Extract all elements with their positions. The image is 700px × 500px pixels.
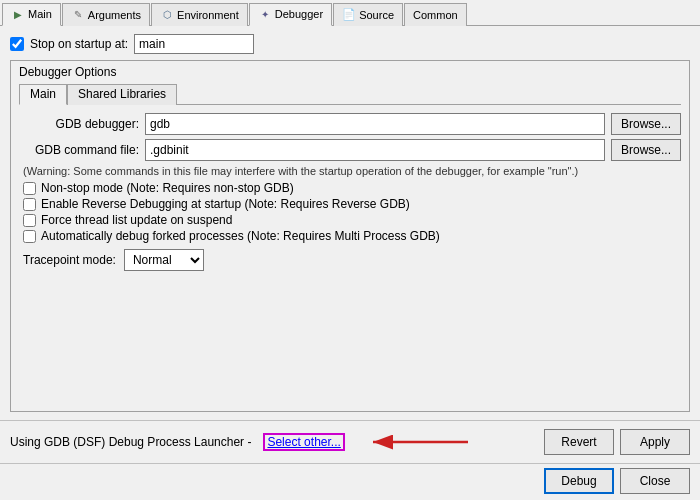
tab-debugger-label: Debugger (275, 8, 323, 20)
tracepoint-row: Tracepoint mode: Normal Fast Strict (19, 249, 681, 271)
launcher-row: Using GDB (DSF) Debug Process Launcher -… (10, 427, 473, 457)
tab-arguments-label: Arguments (88, 9, 141, 21)
tab-environment-label: Environment (177, 9, 239, 21)
auto-fork-row: Automatically debug forked processes (No… (19, 229, 681, 243)
revert-button[interactable]: Revert (544, 429, 614, 455)
stop-on-startup-label: Stop on startup at: (30, 37, 128, 51)
dialog: ▶ Main ✎ Arguments ⬡ Environment ✦ Debug… (0, 0, 700, 500)
main-content: Stop on startup at: Debugger Options Mai… (0, 26, 700, 420)
inner-tab-shared-libraries-label: Shared Libraries (78, 87, 166, 101)
select-other-link[interactable]: Select other... (263, 433, 344, 451)
gdb-debugger-label: GDB debugger: (19, 117, 139, 131)
non-stop-row: Non-stop mode (Note: Requires non-stop G… (19, 181, 681, 195)
gdb-debugger-input[interactable] (145, 113, 605, 135)
src-tab-icon: 📄 (342, 8, 356, 22)
debugger-options-label: Debugger Options (19, 65, 681, 79)
reverse-debug-label: Enable Reverse Debugging at startup (Not… (41, 197, 410, 211)
inner-tab-bar: Main Shared Libraries (19, 83, 681, 105)
force-thread-checkbox[interactable] (23, 214, 36, 227)
inner-tab-main[interactable]: Main (19, 84, 67, 105)
main-tab-icon: ▶ (11, 7, 25, 21)
gdb-command-file-input[interactable] (145, 139, 605, 161)
gdb-debugger-browse-button[interactable]: Browse... (611, 113, 681, 135)
non-stop-checkbox[interactable] (23, 182, 36, 195)
stop-on-startup-checkbox[interactable] (10, 37, 24, 51)
auto-fork-label: Automatically debug forked processes (No… (41, 229, 440, 243)
reverse-debug-row: Enable Reverse Debugging at startup (Not… (19, 197, 681, 211)
debugger-options-group: Debugger Options Main Shared Libraries G… (10, 60, 690, 412)
arrow-indicator (353, 427, 473, 457)
force-thread-row: Force thread list update on suspend (19, 213, 681, 227)
bottom-bar: Using GDB (DSF) Debug Process Launcher -… (0, 420, 700, 463)
warning-text: (Warning: Some commands in this file may… (19, 165, 681, 177)
env-tab-icon: ⬡ (160, 8, 174, 22)
debug-button[interactable]: Debug (544, 468, 614, 494)
tab-main[interactable]: ▶ Main (2, 3, 61, 26)
action-buttons: Revert Apply (544, 429, 690, 455)
dbg-tab-icon: ✦ (258, 7, 272, 21)
gdb-debugger-row: GDB debugger: Browse... (19, 113, 681, 135)
tab-environment[interactable]: ⬡ Environment (151, 3, 248, 26)
apply-button[interactable]: Apply (620, 429, 690, 455)
gdb-command-file-label: GDB command file: (19, 143, 139, 157)
args-tab-icon: ✎ (71, 8, 85, 22)
tracepoint-select[interactable]: Normal Fast Strict (124, 249, 204, 271)
reverse-debug-checkbox[interactable] (23, 198, 36, 211)
gdb-command-file-row: GDB command file: Browse... (19, 139, 681, 161)
inner-tab-shared-libraries[interactable]: Shared Libraries (67, 84, 177, 105)
tab-debugger[interactable]: ✦ Debugger (249, 3, 332, 26)
gdb-command-file-browse-button[interactable]: Browse... (611, 139, 681, 161)
tab-main-label: Main (28, 8, 52, 20)
top-tab-bar: ▶ Main ✎ Arguments ⬡ Environment ✦ Debug… (0, 0, 700, 26)
tab-arguments[interactable]: ✎ Arguments (62, 3, 150, 26)
tab-source-label: Source (359, 9, 394, 21)
stop-on-startup-input[interactable] (134, 34, 254, 54)
tracepoint-label: Tracepoint mode: (23, 253, 116, 267)
inner-tab-main-label: Main (30, 87, 56, 101)
tab-common-label: Common (413, 9, 458, 21)
force-thread-label: Force thread list update on suspend (41, 213, 232, 227)
launcher-text: Using GDB (DSF) Debug Process Launcher - (10, 435, 251, 449)
auto-fork-checkbox[interactable] (23, 230, 36, 243)
tab-common[interactable]: Common (404, 3, 467, 26)
tab-source[interactable]: 📄 Source (333, 3, 403, 26)
stop-on-startup-row: Stop on startup at: (10, 34, 690, 54)
non-stop-label: Non-stop mode (Note: Requires non-stop G… (41, 181, 294, 195)
close-button[interactable]: Close (620, 468, 690, 494)
dialog-buttons: Debug Close (0, 463, 700, 500)
